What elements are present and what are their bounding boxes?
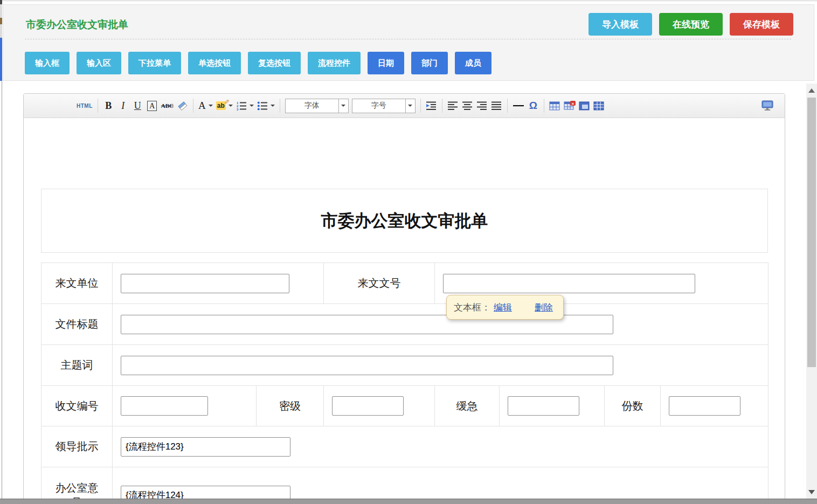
table-row: 文件标题 xyxy=(41,304,768,345)
online-preview-button[interactable]: 在线预览 xyxy=(659,13,723,36)
align-left-button[interactable] xyxy=(446,98,460,114)
save-template-button[interactable]: 保存模板 xyxy=(730,13,793,36)
italic-button[interactable]: I xyxy=(116,98,130,114)
table-properties-button[interactable] xyxy=(577,98,592,114)
import-template-button[interactable]: 导入模板 xyxy=(588,13,652,36)
field-input-cell xyxy=(113,426,768,467)
fullscreen-button[interactable] xyxy=(760,98,775,114)
table-row: 领导批示 xyxy=(41,426,768,467)
font-color-icon: A xyxy=(198,100,206,112)
insert-table-icon xyxy=(549,101,560,111)
widget-checkbox-button[interactable]: 复选按钮 xyxy=(248,52,301,74)
widget-radio-button[interactable]: 单选按钮 xyxy=(188,52,241,74)
window-top-border xyxy=(0,1,817,1)
font-family-value: 字体 xyxy=(286,101,338,111)
chevron-down-icon xyxy=(271,105,275,107)
delete-table-icon: × xyxy=(564,101,576,111)
widget-input-box-button[interactable]: 输入框 xyxy=(25,52,70,74)
chevron-down-icon xyxy=(341,105,345,107)
insert-table-button[interactable] xyxy=(548,98,562,114)
text-input[interactable] xyxy=(332,396,404,416)
field-input-cell xyxy=(113,263,324,304)
field-label: 缓急 xyxy=(456,400,478,412)
special-char-button[interactable]: Ω xyxy=(526,98,541,114)
field-label-cell: 份数 xyxy=(605,386,661,426)
widget-dropdown-button[interactable]: 下拉菜单 xyxy=(128,52,181,74)
scroll-up-arrow-icon[interactable] xyxy=(808,88,815,93)
widget-flow-control-button[interactable]: 流程控件 xyxy=(308,52,361,74)
font-size-dropdown-button[interactable] xyxy=(405,99,415,113)
align-center-icon xyxy=(462,101,473,111)
form-title-box: 市委办公室收文审批单 xyxy=(41,189,768,253)
widget-date-button[interactable]: 日期 xyxy=(368,52,404,74)
widget-member-button[interactable]: 成员 xyxy=(455,52,491,74)
field-label: 密级 xyxy=(279,400,301,412)
font-style-button[interactable]: A xyxy=(145,98,160,114)
text-input[interactable] xyxy=(508,396,579,416)
font-size-select[interactable]: 字号 xyxy=(352,99,416,113)
boxed-a-icon: A xyxy=(147,101,157,111)
background-window-sliver xyxy=(0,0,2,504)
text-input[interactable] xyxy=(121,396,208,416)
align-justify-button[interactable] xyxy=(489,98,504,114)
chevron-down-icon xyxy=(229,105,233,107)
unordered-list-button[interactable] xyxy=(255,98,276,114)
edit-link[interactable]: 编辑 xyxy=(494,301,512,314)
delete-link[interactable]: 删除 xyxy=(535,301,553,314)
template-designer-header: 市委办公室收文审批单 导入模板在线预览保存模板 输入框输入区下拉菜单单选按钮复选… xyxy=(3,4,814,81)
field-input-cell xyxy=(500,386,605,426)
field-label-cell: 领导批示 xyxy=(41,426,113,467)
table-row: 收文编号密级缓急份数 xyxy=(41,386,768,426)
font-family-dropdown-button[interactable] xyxy=(338,99,348,113)
pencil-icon: ✎ xyxy=(223,99,230,105)
scrollbar-thumb[interactable] xyxy=(807,98,816,367)
form-title: 市委办公室收文审批单 xyxy=(321,210,488,232)
table-row: 主题词 xyxy=(41,345,768,386)
field-label: 主题词 xyxy=(61,359,93,371)
bold-button[interactable]: B xyxy=(101,98,116,114)
svg-text:×: × xyxy=(571,101,574,106)
ordered-list-button[interactable]: 1 2 3 xyxy=(234,98,255,114)
vertical-scrollbar[interactable] xyxy=(806,84,817,504)
field-input-cell xyxy=(113,345,768,386)
tooltip-label: 文本框： xyxy=(454,301,490,314)
text-input[interactable] xyxy=(121,437,290,457)
unordered-list-icon xyxy=(257,101,268,111)
indent-button[interactable] xyxy=(424,98,439,114)
field-label-cell: 缓急 xyxy=(435,386,500,426)
align-center-button[interactable] xyxy=(460,98,475,114)
font-color-button[interactable]: A xyxy=(197,98,214,114)
delete-table-button[interactable]: × xyxy=(562,98,577,114)
source-code-button[interactable]: HTML xyxy=(75,98,94,114)
window-bottom-edge xyxy=(0,499,817,504)
field-input-cell xyxy=(324,386,435,426)
highlight-button[interactable]: ab✎ xyxy=(214,98,234,114)
indent-icon xyxy=(426,101,437,111)
horizontal-rule-button[interactable] xyxy=(511,98,526,114)
text-input[interactable] xyxy=(121,274,289,293)
widget-context-tooltip: 文本框： 编辑 删除 xyxy=(446,295,564,320)
eraser-button[interactable] xyxy=(175,98,190,114)
scroll-down-arrow-icon[interactable] xyxy=(808,490,815,494)
monitor-icon xyxy=(761,100,773,111)
field-label: 领导批示 xyxy=(56,440,99,452)
align-right-icon xyxy=(476,101,487,111)
text-input[interactable] xyxy=(443,274,695,293)
toolbar-separator xyxy=(420,99,421,113)
font-family-select[interactable]: 字体 xyxy=(285,99,349,113)
toolbar-separator xyxy=(442,99,442,113)
align-right-button[interactable] xyxy=(475,98,489,114)
underline-button[interactable]: U xyxy=(130,98,145,114)
page-title: 市委办公室收文审批单 xyxy=(26,18,128,32)
widget-department-button[interactable]: 部门 xyxy=(411,52,448,74)
text-input[interactable] xyxy=(121,356,613,375)
field-label: 收文编号 xyxy=(56,400,99,412)
field-label-cell: 来文单位 xyxy=(41,263,113,304)
cell-properties-button[interactable] xyxy=(592,98,606,114)
widget-input-area-button[interactable]: 输入区 xyxy=(77,52,121,74)
rich-text-editor: HTML B I U A ABC A ab✎ 1 2 3 xyxy=(23,93,785,504)
text-input[interactable] xyxy=(669,396,740,416)
field-label-cell: 密级 xyxy=(257,386,324,426)
align-justify-icon xyxy=(491,101,502,111)
strikethrough-button[interactable]: ABC xyxy=(160,98,175,114)
